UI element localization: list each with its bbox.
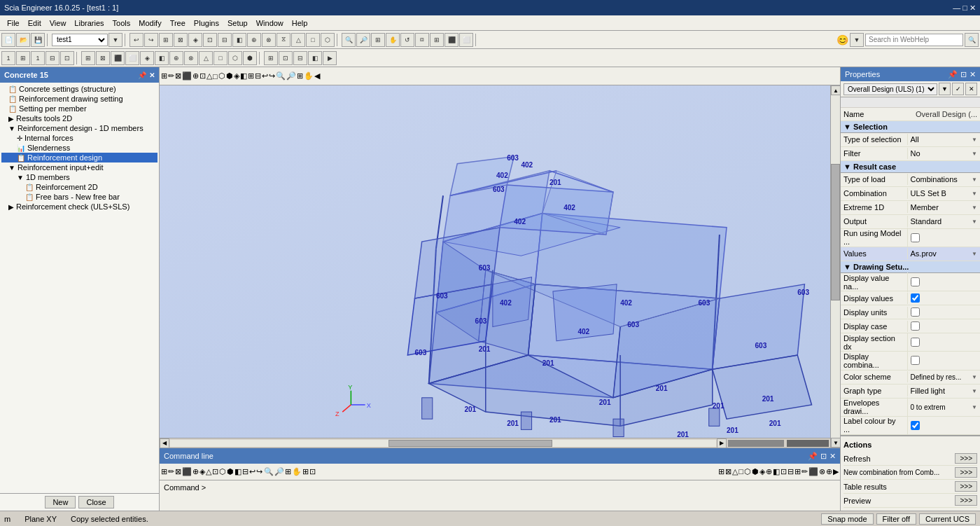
vp-tb-b2[interactable]: ✏ [168,71,174,81]
tb-b5[interactable]: ◈ [188,33,202,47]
disp-comb-checkbox[interactable] [911,356,920,365]
cmd-rt-b6[interactable]: ⬢ [752,467,759,476]
vp-tb-b6[interactable]: ⊡ [200,71,206,81]
scroll-block-2[interactable] [787,440,829,447]
prop-tb-b3[interactable]: ✕ [965,83,977,95]
viewport[interactable]: 201 201 201 201 201 201 201 201 201 201 … [160,85,840,448]
cmd-rt-b16[interactable]: ⊕ [826,467,832,476]
cmd-tb-b10[interactable]: ⬢ [227,467,234,476]
menu-window[interactable]: Window [252,18,288,29]
new-button[interactable]: New [45,496,76,508]
tb-b4[interactable]: ⊠ [174,33,188,47]
vp-tb-b17[interactable]: 🔍 [276,71,286,81]
search-icon[interactable]: 🔍 [965,33,979,47]
menu-tools[interactable]: Tools [108,18,135,29]
disp-val-name-checkbox[interactable] [911,277,920,286]
cmd-tb-b8[interactable]: ⊡ [212,467,218,476]
tree-item-2[interactable]: 📋 Setting per member [1,104,158,113]
tree-item-9[interactable]: ▼ 1D members [1,172,158,182]
vp-tb-b11[interactable]: ◈ [234,71,239,81]
tb2-b14[interactable]: △ [199,51,213,65]
cmd-tb-b18[interactable]: ✋ [292,467,302,476]
tb2-b13[interactable]: ⊗ [184,51,198,65]
tb-b17[interactable]: ⬛ [444,33,458,47]
table-results-button[interactable]: >>> [955,481,977,492]
cmd-tb-b20[interactable]: ⊡ [309,467,316,476]
cmd-tb-b3[interactable]: ⊠ [175,467,181,476]
vp-tb-b3[interactable]: ⊠ [175,71,181,81]
tb-b10[interactable]: ⊗ [262,33,276,47]
extreme-1d-arrow[interactable]: ▼ [972,205,977,211]
cmd-rt-b9[interactable]: ◧ [773,467,780,476]
cmd-rt-b15[interactable]: ⊗ [819,467,825,476]
tb2-b18[interactable]: ⊞ [264,51,278,65]
vp-tb-b13[interactable]: ⊞ [248,71,254,81]
cmd-rt-b14[interactable]: ⬛ [808,467,818,476]
cmd-tb-b2[interactable]: ✏ [168,467,174,476]
disp-units-checkbox[interactable] [911,307,920,317]
envelopes-arrow[interactable]: ▼ [972,404,977,410]
tb-redo[interactable]: ↪ [144,33,158,47]
tb-b13[interactable]: □ [306,33,320,47]
cmd-rt-b3[interactable]: △ [732,467,738,476]
cmd-close-icon[interactable]: ✕ [830,452,836,461]
prop-tb-b1[interactable]: ▼ [939,83,951,95]
tb2-b17[interactable]: ⬢ [243,51,257,65]
menu-modify[interactable]: Modify [134,18,165,29]
tb-b7[interactable]: ⊟ [218,33,232,47]
tb-b16[interactable]: ⊞ [430,33,444,47]
graph-type-arrow[interactable]: ▼ [972,388,977,394]
vp-tb-b15[interactable]: ↩ [262,71,268,81]
combination-arrow[interactable]: ▼ [972,191,977,197]
tb-pan[interactable]: ✋ [386,33,400,47]
vp-tb-b8[interactable]: □ [213,72,218,81]
cmd-rt-b5[interactable]: ⬡ [744,467,751,476]
tb-btn-2[interactable]: ▼ [108,33,122,47]
vp-tb-b4[interactable]: ⬛ [182,71,192,81]
values-arrow[interactable]: ▼ [972,251,977,257]
section-drawing-setup[interactable]: ▼ Drawing Setu... [841,261,980,273]
tb2-b8[interactable]: ⬛ [111,51,125,65]
tree-item-0[interactable]: 📋 Concrete settings (structure) [1,84,158,94]
vp-tb-b19[interactable]: ⊞ [297,71,303,81]
vp-tb-arrow[interactable]: ◀ [314,71,320,81]
preview-button[interactable]: >>> [955,495,977,506]
disp-values-checkbox[interactable] [911,293,920,303]
tb2-b15[interactable]: □ [214,51,227,65]
tb2-b3[interactable]: 1 [31,51,45,65]
tb-fit[interactable]: ⊞ [371,33,385,47]
vp-tb-b20[interactable]: ✋ [304,71,314,81]
filter-arrow[interactable]: ▼ [972,151,977,157]
tb2-b10[interactable]: ◈ [140,51,154,65]
tb-b11[interactable]: ⧖ [276,33,290,47]
panel-close-icon[interactable]: ✕ [149,71,155,79]
tb2-b4[interactable]: ⊟ [46,51,59,65]
cmd-tb-b9[interactable]: ⬡ [219,467,226,476]
cmd-tb-b5[interactable]: ⊕ [192,467,199,476]
scroll-left-btn[interactable]: ◀ [160,438,169,448]
tb2-b2[interactable]: ⊞ [16,51,30,65]
tb2-b16[interactable]: ⬡ [228,51,242,65]
cmd-tb-b7[interactable]: △ [206,467,211,476]
disp-case-checkbox[interactable] [911,321,920,331]
tb2-b19[interactable]: ⊡ [279,51,293,65]
cmd-rt-b10[interactable]: ⊡ [780,467,787,476]
menu-libraries[interactable]: Libraries [70,18,108,29]
label-colour-checkbox[interactable] [911,421,920,430]
menu-view[interactable]: View [46,18,71,29]
close-btn[interactable]: ✕ [969,4,976,12]
current-ucs-status[interactable]: Current UCS [919,513,976,525]
cmd-tb-b16[interactable]: 🔎 [274,467,284,476]
vp-tb-b7[interactable]: △ [206,71,212,81]
vp-tb-b16[interactable]: ↪ [269,71,275,81]
webhelp-search[interactable] [865,34,963,46]
tb-b15[interactable]: ⧈ [415,33,429,47]
tb-undo[interactable]: ↩ [130,33,144,47]
filter-off-status[interactable]: Filter off [876,513,917,525]
cmd-rt-b2[interactable]: ⊠ [725,467,732,476]
cmd-tb-b17[interactable]: ⊞ [285,467,291,476]
scroll-track-h[interactable] [170,440,716,447]
menu-help[interactable]: Help [288,18,312,29]
tb2-b22[interactable]: ▶ [323,51,337,65]
scroll-thumb-h[interactable] [388,440,552,447]
